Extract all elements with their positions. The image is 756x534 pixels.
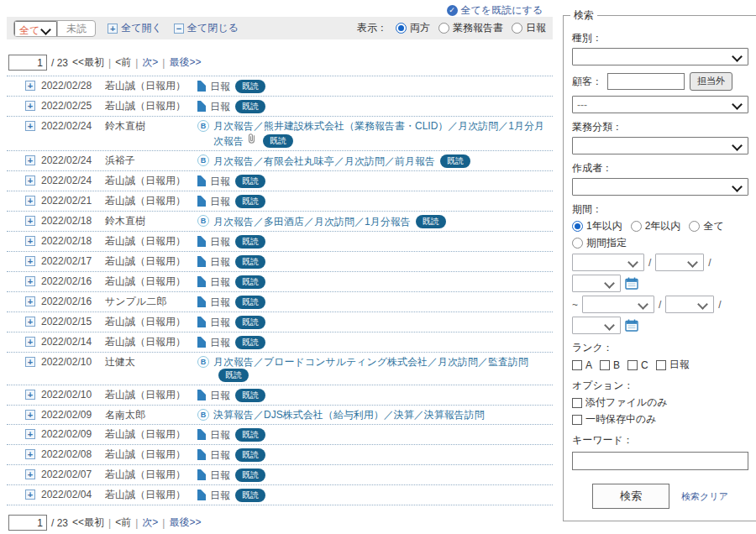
expand-icon[interactable]: + [25,469,35,479]
option-attachments-only[interactable]: 添付ファイルのみ [572,395,748,410]
first-page-link[interactable]: <<最初 [72,516,104,530]
report-title-link[interactable]: 日報 [210,390,230,401]
read-badge: 既読 [235,316,265,329]
report-title-link[interactable]: 日報 [210,256,230,268]
report-date: 2022/02/10 [41,389,105,401]
report-title-link[interactable]: 月次報告／有限会社丸味亭／月次訪問／前月報告 [213,155,435,167]
mark-all-read-link[interactable]: 全てを既読にする [447,3,543,18]
expand-icon[interactable]: + [25,410,35,420]
daily-report-icon [197,196,206,207]
to-month-select[interactable] [665,296,714,313]
expand-icon[interactable]: + [25,296,35,306]
expand-icon[interactable]: + [25,256,35,266]
period-option-1year[interactable]: 1年以内 [572,219,622,233]
report-author: 若山誠（日報用） [105,428,197,441]
category-select[interactable] [572,137,748,154]
from-day-select[interactable] [572,275,621,292]
customer-input[interactable] [607,73,685,90]
report-title-link[interactable]: 日報 [210,337,230,348]
report-title-link[interactable]: 日報 [210,236,230,248]
calendar-icon[interactable] [625,277,638,290]
calendar-icon[interactable] [625,319,638,332]
period-option-range[interactable]: 期間指定 [572,236,627,250]
to-year-select[interactable] [582,296,654,313]
expand-all-link[interactable]: + 全て開く [108,21,162,35]
expand-icon[interactable]: + [25,196,35,206]
period-radio-line1: 1年以内 2年以内 全て [572,219,748,233]
business-report-icon: B [197,215,209,227]
type-select[interactable] [572,48,748,65]
report-title-link[interactable]: 日報 [210,317,230,328]
customer-select[interactable]: --- [572,96,748,113]
expand-icon[interactable]: + [25,236,35,246]
last-page-link[interactable]: 最後>> [169,516,201,530]
rank-option-daily[interactable]: 日報 [656,358,690,372]
page-number-input[interactable] [8,515,47,531]
page-number-input[interactable] [8,55,47,71]
report-title-link[interactable]: 月次報告／多田酒店／月次訪問／1月分報告 [213,216,411,228]
expand-icon[interactable]: + [25,390,35,400]
period-option-all[interactable]: 全て [689,219,723,233]
report-title-link[interactable]: 日報 [210,469,230,481]
report-title-link[interactable]: 決算報告／DJS株式会社（給与利用）／決算／決算報告訪問 [213,409,485,421]
prev-page-link[interactable]: <前 [115,55,131,70]
creator-select[interactable] [572,178,748,196]
collapse-all-label: 全て閉じる [187,21,239,35]
to-day-select[interactable] [572,317,621,334]
expand-icon[interactable]: + [25,490,35,500]
checkbox-icon [656,360,666,370]
customer-select-value: --- [577,99,587,111]
report-title-link[interactable]: 日報 [210,101,230,113]
next-page-link[interactable]: 次> [142,55,158,70]
rank-option-c[interactable]: C [627,359,648,371]
search-clear-link[interactable]: 検索クリア [681,490,728,503]
period-option-2year[interactable]: 2年以内 [631,219,681,233]
report-author: 鈴木直樹 [105,215,197,228]
report-author: 若山誠（日報用） [105,275,197,288]
report-date: 2022/02/18 [41,235,105,248]
from-year-select[interactable] [572,254,644,271]
expand-icon[interactable]: + [25,337,35,347]
expand-icon[interactable]: + [25,81,35,91]
not-in-charge-button[interactable]: 担当外 [690,72,732,91]
report-title-link[interactable]: 月次報告／ブロードコンサルティング株式会社／月次訪問／監査訪問 [213,356,528,368]
report-title-link[interactable]: 日報 [210,175,230,187]
first-page-link[interactable]: <<最初 [72,55,104,70]
report-title-link[interactable]: 日報 [210,276,230,288]
display-option-both[interactable]: 両方 [396,21,430,35]
report-title-link[interactable]: 日報 [210,429,230,441]
last-page-link[interactable]: 最後>> [169,55,201,70]
expand-icon[interactable]: + [25,276,35,286]
expand-icon[interactable]: + [25,175,35,186]
filter-all-button[interactable]: 全て [14,21,57,37]
expand-icon[interactable]: + [25,155,35,165]
expand-icon[interactable]: + [25,317,35,327]
report-title-link[interactable]: 日報 [210,196,230,207]
keyword-input[interactable] [572,452,748,470]
collapse-all-link[interactable]: − 全て閉じる [174,21,239,35]
date-separator: / [659,299,661,311]
rank-option-a[interactable]: A [572,359,592,371]
expand-icon[interactable]: + [25,357,35,367]
report-title-link[interactable]: 日報 [210,296,230,308]
report-title-link[interactable]: 日報 [210,490,230,501]
display-option-business[interactable]: 業務報告書 [438,21,503,35]
next-page-link[interactable]: 次> [142,516,158,530]
expand-icon[interactable]: + [25,429,35,439]
rank-option-b[interactable]: B [600,359,620,371]
option-draft-only[interactable]: 一時保存中のみ [572,412,748,427]
display-option-daily[interactable]: 日報 [512,21,546,35]
filter-unread-button[interactable]: 未読 [57,21,95,36]
report-title-link[interactable]: 日報 [210,449,230,461]
daily-report-icon [197,337,206,348]
expand-icon[interactable]: + [25,216,35,226]
search-button[interactable]: 検索 [592,484,669,509]
expand-icon[interactable]: + [25,121,35,131]
category-label: 業務分類： [572,120,748,134]
display-filter-group: 表示： 両方 業務報告書 日報 [357,21,546,35]
expand-icon[interactable]: + [25,449,35,459]
prev-page-link[interactable]: <前 [115,516,131,530]
expand-icon[interactable]: + [25,101,35,111]
report-title-link[interactable]: 日報 [210,81,230,92]
from-month-select[interactable] [655,254,704,271]
